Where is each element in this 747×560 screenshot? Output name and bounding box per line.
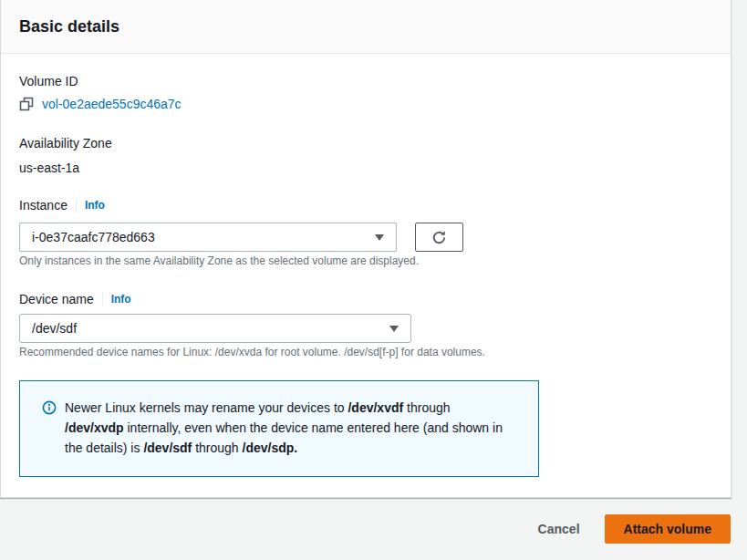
device-name-select[interactable]: /dev/sdf [19, 314, 411, 343]
panel-body: Volume ID vol-0e2aede55c9c46a7c Availabi… [1, 54, 731, 497]
info-circle-icon [42, 400, 57, 415]
action-footer: Cancel Attach volume [0, 498, 747, 559]
caret-down-icon [375, 234, 384, 241]
alert-text-bold: /dev/sdf [143, 441, 192, 455]
instance-label: Instance [19, 196, 67, 214]
instance-select-value: i-0e37caafc778ed663 [32, 230, 155, 244]
availability-zone-label: Availability Zone [19, 134, 712, 152]
device-help-text: Recommended device names for Linux: /dev… [19, 345, 712, 359]
caret-down-icon [389, 326, 399, 332]
basic-details-panel: Basic details Volume ID vol-0e2aede55c9c… [0, 0, 731, 498]
label-divider [102, 293, 103, 306]
alert-message: Newer Linux kernels may rename your devi… [65, 398, 503, 458]
instance-select[interactable]: i-0e37caafc778ed663 [19, 223, 397, 252]
attach-volume-button[interactable]: Attach volume [605, 514, 731, 544]
volume-id-link[interactable]: vol-0e2aede55c9c46a7c [42, 95, 182, 113]
copy-icon[interactable] [19, 97, 34, 111]
panel-title: Basic details [19, 16, 712, 36]
instance-help-text: Only instances in the same Availability … [19, 254, 712, 268]
alert-text: the details) is [65, 441, 143, 455]
alert-text-bold: /dev/xvdf [348, 400, 403, 415]
info-alert: Newer Linux kernels may rename your devi… [19, 380, 539, 477]
cancel-button[interactable]: Cancel [538, 522, 580, 536]
availability-zone-value: us-east-1a [19, 159, 712, 177]
refresh-icon [431, 230, 447, 245]
alert-text: through [403, 400, 450, 415]
volume-id-label: Volume ID [19, 72, 712, 90]
alert-text-bold: /dev/sdp. [243, 441, 298, 455]
device-name-label: Device name [19, 290, 94, 308]
volume-id-field: Volume ID vol-0e2aede55c9c46a7c [19, 72, 712, 113]
device-name-select-value: /dev/sdf [32, 321, 77, 336]
panel-header: Basic details [1, 0, 731, 54]
label-divider [76, 199, 77, 213]
alert-text: through [192, 441, 242, 455]
instance-field: Instance Info i-0e37caafc778ed663 [19, 196, 712, 268]
device-name-field: Device name Info /dev/sdf Recommended de… [19, 290, 712, 359]
device-info-link[interactable]: Info [111, 292, 131, 306]
refresh-button[interactable] [415, 223, 463, 252]
instance-info-link[interactable]: Info [85, 198, 105, 213]
alert-text: Newer Linux kernels may rename your devi… [65, 400, 348, 415]
alert-text: internally, even when the device name en… [124, 420, 503, 435]
alert-text-bold: /dev/xvdp [65, 420, 124, 435]
availability-zone-field: Availability Zone us-east-1a [19, 134, 712, 177]
